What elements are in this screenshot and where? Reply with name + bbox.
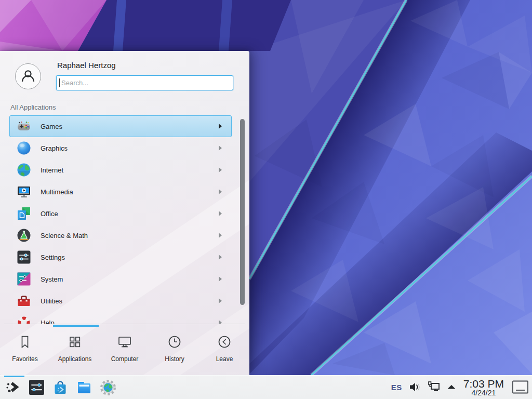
office-icon bbox=[17, 206, 31, 221]
active-tab-indicator bbox=[53, 325, 99, 327]
tab-history[interactable]: History bbox=[150, 327, 200, 375]
text-caret bbox=[59, 78, 60, 87]
submenu-arrow-icon bbox=[219, 276, 222, 282]
application-category-list: Games Graphics bbox=[0, 115, 249, 324]
desktop: { "wallpaper": { "style": "kde-plasma-po… bbox=[0, 0, 532, 399]
submenu-arrow-icon bbox=[219, 298, 222, 303]
games-icon bbox=[17, 119, 31, 134]
show-desktop-button[interactable] bbox=[512, 381, 529, 394]
tab-label: Applications bbox=[58, 355, 92, 363]
submenu-arrow-icon bbox=[219, 189, 222, 194]
taskbar-panel: ES 7:03 PM 4/24/21 bbox=[0, 375, 532, 399]
tab-label: History bbox=[165, 355, 184, 363]
science-math-icon bbox=[17, 228, 31, 243]
category-graphics[interactable]: Graphics bbox=[9, 137, 232, 159]
submenu-arrow-icon bbox=[219, 145, 222, 151]
tab-applications[interactable]: Applications bbox=[50, 327, 100, 375]
category-label: Multimedia bbox=[41, 188, 73, 196]
show-desktop-icon bbox=[512, 380, 529, 394]
network-icon[interactable] bbox=[427, 381, 441, 393]
category-label: Office bbox=[41, 210, 58, 218]
category-label: Settings bbox=[41, 254, 65, 261]
discover-button[interactable] bbox=[52, 379, 69, 396]
submenu-arrow-icon bbox=[219, 255, 222, 260]
submenu-arrow-icon bbox=[219, 320, 222, 324]
category-help[interactable]: Help bbox=[9, 312, 232, 324]
header-separator bbox=[0, 100, 249, 100]
tab-favorites[interactable]: Favorites bbox=[0, 327, 50, 375]
clock-date: 4/24/21 bbox=[463, 389, 504, 396]
category-internet[interactable]: Internet bbox=[9, 159, 232, 181]
category-label: Games bbox=[41, 123, 62, 130]
user-avatar[interactable] bbox=[15, 63, 41, 89]
utilities-icon bbox=[17, 294, 31, 308]
tab-label: Favorites bbox=[12, 355, 37, 363]
system-tray: ES 7:03 PM 4/24/21 bbox=[391, 378, 529, 397]
search-input[interactable] bbox=[56, 75, 233, 90]
kickoff-launcher-button[interactable] bbox=[4, 379, 21, 396]
submenu-arrow-icon bbox=[219, 167, 222, 172]
category-multimedia[interactable]: Multimedia bbox=[9, 181, 232, 203]
web-browser-button[interactable] bbox=[100, 379, 116, 396]
launcher-header: Raphael Hertzog bbox=[0, 51, 249, 100]
graphics-icon bbox=[17, 141, 31, 155]
category-office[interactable]: Office bbox=[9, 203, 232, 224]
launcher-tab-bar: Favorites Applications Computer bbox=[0, 327, 249, 375]
settings-icon bbox=[17, 250, 31, 264]
system-icon bbox=[17, 272, 31, 286]
internet-icon bbox=[17, 163, 31, 177]
user-name: Raphael Hertzog bbox=[57, 61, 116, 70]
tab-label: Computer bbox=[111, 355, 139, 363]
volume-icon[interactable] bbox=[409, 381, 420, 393]
category-settings[interactable]: Settings bbox=[9, 246, 232, 268]
leave-icon bbox=[216, 334, 233, 350]
system-settings-button[interactable] bbox=[28, 379, 45, 396]
discover-icon bbox=[52, 379, 69, 396]
tab-leave[interactable]: Leave bbox=[200, 327, 249, 375]
category-label: Science & Math bbox=[41, 232, 88, 240]
submenu-arrow-icon bbox=[219, 211, 222, 216]
tabbar-separator bbox=[4, 324, 245, 324]
clock-time: 7:03 PM bbox=[463, 378, 504, 389]
system-settings-icon bbox=[29, 379, 45, 395]
kickoff-launcher-icon bbox=[5, 380, 20, 395]
applications-icon bbox=[66, 334, 83, 350]
submenu-arrow-icon bbox=[219, 124, 222, 129]
keyboard-layout-indicator[interactable]: ES bbox=[391, 383, 402, 392]
category-utilities[interactable]: Utilities bbox=[9, 290, 232, 312]
category-label: System bbox=[41, 275, 63, 283]
favorites-icon bbox=[17, 334, 33, 350]
multimedia-icon bbox=[17, 184, 31, 199]
tab-computer[interactable]: Computer bbox=[100, 327, 150, 375]
tab-label: Leave bbox=[216, 355, 233, 363]
web-browser-icon bbox=[100, 379, 116, 396]
taskbar-app-icons bbox=[4, 379, 116, 396]
category-system[interactable]: System bbox=[9, 268, 232, 290]
dolphin-file-manager-button[interactable] bbox=[76, 379, 92, 396]
category-label: Utilities bbox=[41, 297, 62, 305]
section-label: All Applications bbox=[10, 103, 56, 111]
category-label: Help bbox=[41, 319, 55, 324]
list-scrollbar[interactable] bbox=[240, 119, 245, 305]
category-games[interactable]: Games bbox=[9, 115, 232, 137]
category-label: Graphics bbox=[41, 144, 68, 152]
launcher-active-indicator bbox=[4, 376, 24, 377]
dolphin-file-manager-icon bbox=[76, 379, 92, 396]
help-icon bbox=[17, 315, 31, 324]
digital-clock[interactable]: 7:03 PM 4/24/21 bbox=[463, 378, 504, 397]
user-icon bbox=[19, 68, 37, 85]
submenu-arrow-icon bbox=[219, 233, 222, 238]
kickoff-launcher-menu: Raphael Hertzog All Applications bbox=[0, 51, 249, 375]
category-label: Internet bbox=[41, 166, 63, 174]
category-science-math[interactable]: Science & Math bbox=[9, 224, 232, 246]
computer-icon bbox=[116, 334, 133, 350]
history-icon bbox=[166, 334, 183, 350]
expand-tray-icon[interactable] bbox=[447, 384, 456, 390]
